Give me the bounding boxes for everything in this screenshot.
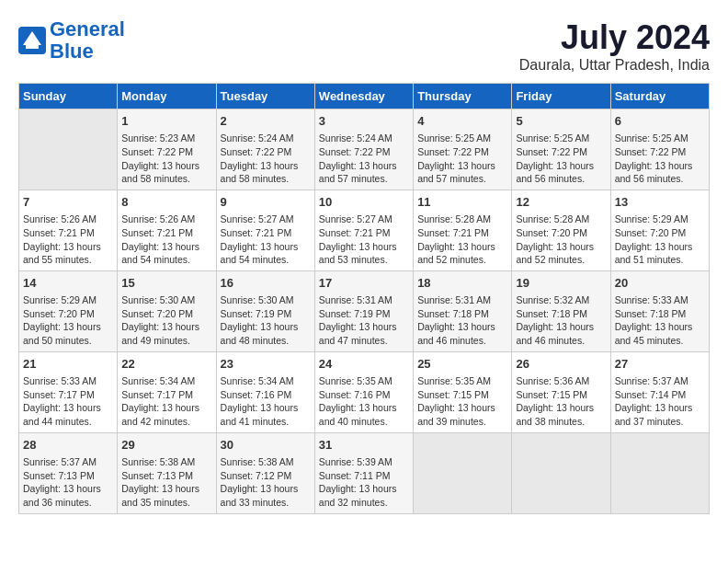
date-number: 1 <box>121 113 211 130</box>
date-number: 12 <box>516 194 606 211</box>
cell-info: Sunrise: 5:29 AM Sunset: 7:20 PM Dayligh… <box>23 293 113 348</box>
logo-icon <box>18 27 46 54</box>
date-number: 22 <box>121 356 211 373</box>
header-cell-friday: Friday <box>512 84 610 109</box>
week-row-1: 1Sunrise: 5:23 AM Sunset: 7:22 PM Daylig… <box>19 109 710 190</box>
cell-info: Sunrise: 5:31 AM Sunset: 7:19 PM Dayligh… <box>319 293 409 348</box>
calendar-cell: 18Sunrise: 5:31 AM Sunset: 7:18 PM Dayli… <box>414 270 512 351</box>
date-number: 25 <box>417 356 507 373</box>
calendar-cell <box>19 109 118 190</box>
calendar-cell: 26Sunrise: 5:36 AM Sunset: 7:15 PM Dayli… <box>512 351 610 432</box>
calendar-cell: 1Sunrise: 5:23 AM Sunset: 7:22 PM Daylig… <box>118 109 216 190</box>
calendar-table: SundayMondayTuesdayWednesdayThursdayFrid… <box>18 83 710 514</box>
header-row: SundayMondayTuesdayWednesdayThursdayFrid… <box>19 84 710 109</box>
cell-info: Sunrise: 5:26 AM Sunset: 7:21 PM Dayligh… <box>121 213 211 267</box>
cell-info: Sunrise: 5:30 AM Sunset: 7:19 PM Dayligh… <box>221 293 311 348</box>
date-number: 31 <box>319 437 409 454</box>
logo-text: General Blue <box>50 18 125 63</box>
cell-info: Sunrise: 5:28 AM Sunset: 7:21 PM Dayligh… <box>417 213 507 267</box>
cell-info: Sunrise: 5:37 AM Sunset: 7:14 PM Dayligh… <box>615 374 705 429</box>
cell-info: Sunrise: 5:26 AM Sunset: 7:21 PM Dayligh… <box>23 213 113 267</box>
title-block: July 2024 Daurala, Uttar Pradesh, India <box>519 18 710 74</box>
date-number: 29 <box>121 437 211 454</box>
date-number: 23 <box>221 356 311 373</box>
header-cell-thursday: Thursday <box>414 84 512 109</box>
cell-info: Sunrise: 5:37 AM Sunset: 7:13 PM Dayligh… <box>23 455 113 510</box>
calendar-cell <box>610 432 709 513</box>
calendar-cell: 5Sunrise: 5:25 AM Sunset: 7:22 PM Daylig… <box>512 109 610 190</box>
cell-info: Sunrise: 5:30 AM Sunset: 7:20 PM Dayligh… <box>121 293 211 348</box>
calendar-cell: 3Sunrise: 5:24 AM Sunset: 7:22 PM Daylig… <box>314 109 413 190</box>
date-number: 13 <box>615 194 705 211</box>
calendar-cell: 7Sunrise: 5:26 AM Sunset: 7:21 PM Daylig… <box>19 190 118 270</box>
header-cell-sunday: Sunday <box>19 84 118 109</box>
date-number: 6 <box>615 113 705 130</box>
date-number: 17 <box>319 275 409 292</box>
date-number: 14 <box>23 275 113 292</box>
calendar-cell: 21Sunrise: 5:33 AM Sunset: 7:17 PM Dayli… <box>19 351 118 432</box>
date-number: 28 <box>23 437 113 454</box>
date-number: 16 <box>221 275 311 292</box>
date-number: 7 <box>23 194 113 211</box>
date-number: 21 <box>23 356 113 373</box>
calendar-cell: 4Sunrise: 5:25 AM Sunset: 7:22 PM Daylig… <box>414 109 512 190</box>
cell-info: Sunrise: 5:38 AM Sunset: 7:12 PM Dayligh… <box>221 455 311 510</box>
date-number: 15 <box>121 275 211 292</box>
cell-info: Sunrise: 5:24 AM Sunset: 7:22 PM Dayligh… <box>221 132 311 186</box>
cell-info: Sunrise: 5:31 AM Sunset: 7:18 PM Dayligh… <box>417 293 507 348</box>
calendar-cell: 8Sunrise: 5:26 AM Sunset: 7:21 PM Daylig… <box>118 190 216 270</box>
header-cell-saturday: Saturday <box>610 84 709 109</box>
calendar-cell <box>414 432 512 513</box>
calendar-cell: 12Sunrise: 5:28 AM Sunset: 7:20 PM Dayli… <box>512 190 610 270</box>
header-cell-tuesday: Tuesday <box>216 84 314 109</box>
date-number: 9 <box>221 194 311 211</box>
cell-info: Sunrise: 5:39 AM Sunset: 7:11 PM Dayligh… <box>319 455 409 510</box>
calendar-cell: 28Sunrise: 5:37 AM Sunset: 7:13 PM Dayli… <box>19 432 118 513</box>
svg-rect-2 <box>26 45 39 49</box>
cell-info: Sunrise: 5:34 AM Sunset: 7:17 PM Dayligh… <box>121 374 211 429</box>
cell-info: Sunrise: 5:25 AM Sunset: 7:22 PM Dayligh… <box>417 132 507 186</box>
logo: General Blue <box>18 18 125 63</box>
date-number: 11 <box>417 194 507 211</box>
cell-info: Sunrise: 5:33 AM Sunset: 7:18 PM Dayligh… <box>615 293 705 348</box>
date-number: 4 <box>417 113 507 130</box>
calendar-cell: 14Sunrise: 5:29 AM Sunset: 7:20 PM Dayli… <box>19 270 118 351</box>
calendar-cell: 6Sunrise: 5:25 AM Sunset: 7:22 PM Daylig… <box>610 109 709 190</box>
week-row-5: 28Sunrise: 5:37 AM Sunset: 7:13 PM Dayli… <box>19 432 710 513</box>
calendar-cell: 9Sunrise: 5:27 AM Sunset: 7:21 PM Daylig… <box>216 190 314 270</box>
date-number: 24 <box>319 356 409 373</box>
cell-info: Sunrise: 5:25 AM Sunset: 7:22 PM Dayligh… <box>516 132 606 186</box>
calendar-cell: 16Sunrise: 5:30 AM Sunset: 7:19 PM Dayli… <box>216 270 314 351</box>
calendar-cell: 24Sunrise: 5:35 AM Sunset: 7:16 PM Dayli… <box>314 351 413 432</box>
calendar-cell: 22Sunrise: 5:34 AM Sunset: 7:17 PM Dayli… <box>118 351 216 432</box>
calendar-cell: 30Sunrise: 5:38 AM Sunset: 7:12 PM Dayli… <box>216 432 314 513</box>
calendar-cell: 17Sunrise: 5:31 AM Sunset: 7:19 PM Dayli… <box>314 270 413 351</box>
calendar-cell: 23Sunrise: 5:34 AM Sunset: 7:16 PM Dayli… <box>216 351 314 432</box>
calendar-cell: 2Sunrise: 5:24 AM Sunset: 7:22 PM Daylig… <box>216 109 314 190</box>
date-number: 26 <box>516 356 606 373</box>
cell-info: Sunrise: 5:34 AM Sunset: 7:16 PM Dayligh… <box>221 374 311 429</box>
date-number: 30 <box>221 437 311 454</box>
calendar-cell: 13Sunrise: 5:29 AM Sunset: 7:20 PM Dayli… <box>610 190 709 270</box>
calendar-cell: 10Sunrise: 5:27 AM Sunset: 7:21 PM Dayli… <box>314 190 413 270</box>
date-number: 8 <box>121 194 211 211</box>
calendar-cell: 29Sunrise: 5:38 AM Sunset: 7:13 PM Dayli… <box>118 432 216 513</box>
cell-info: Sunrise: 5:32 AM Sunset: 7:18 PM Dayligh… <box>516 293 606 348</box>
page-header: General Blue July 2024 Daurala, Uttar Pr… <box>18 18 710 74</box>
date-number: 2 <box>221 113 311 130</box>
cell-info: Sunrise: 5:35 AM Sunset: 7:15 PM Dayligh… <box>417 374 507 429</box>
page-subtitle: Daurala, Uttar Pradesh, India <box>519 57 710 74</box>
calendar-cell: 15Sunrise: 5:30 AM Sunset: 7:20 PM Dayli… <box>118 270 216 351</box>
date-number: 27 <box>615 356 705 373</box>
cell-info: Sunrise: 5:24 AM Sunset: 7:22 PM Dayligh… <box>319 132 409 186</box>
calendar-cell <box>512 432 610 513</box>
calendar-cell: 19Sunrise: 5:32 AM Sunset: 7:18 PM Dayli… <box>512 270 610 351</box>
cell-info: Sunrise: 5:27 AM Sunset: 7:21 PM Dayligh… <box>221 213 311 267</box>
cell-info: Sunrise: 5:23 AM Sunset: 7:22 PM Dayligh… <box>121 132 211 186</box>
cell-info: Sunrise: 5:33 AM Sunset: 7:17 PM Dayligh… <box>23 374 113 429</box>
cell-info: Sunrise: 5:38 AM Sunset: 7:13 PM Dayligh… <box>121 455 211 510</box>
cell-info: Sunrise: 5:27 AM Sunset: 7:21 PM Dayligh… <box>319 213 409 267</box>
date-number: 18 <box>417 275 507 292</box>
date-number: 10 <box>319 194 409 211</box>
week-row-4: 21Sunrise: 5:33 AM Sunset: 7:17 PM Dayli… <box>19 351 710 432</box>
